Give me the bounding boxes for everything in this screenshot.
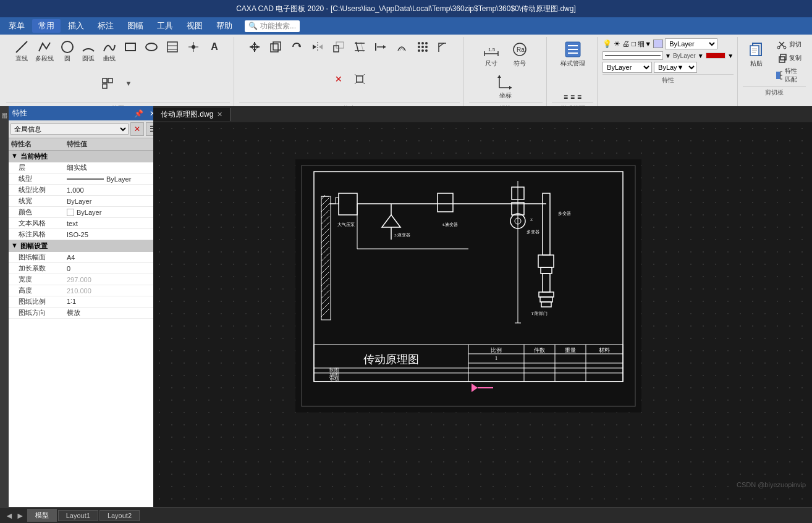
tool-mirror[interactable] [308, 38, 328, 69]
tool-scale[interactable] [329, 38, 349, 69]
prop-name-linewidth: 线宽 [11, 196, 67, 206]
align-left-icon: ≡ [564, 93, 568, 101]
tool-rect[interactable] [121, 38, 140, 73]
tool-symbol[interactable]: Ra 符号 [506, 38, 533, 69]
layer-icon: □ [632, 40, 636, 48]
arc-icon [81, 40, 96, 54]
tool-text[interactable]: A [205, 38, 224, 73]
doc-tab-active[interactable]: 传动原理图.dwg ✕ [153, 108, 230, 121]
tab-layout2[interactable]: Layout2 [99, 510, 140, 521]
prop-name-height: 高度 [11, 286, 67, 295]
clipboard-group-label: 剪切板 [743, 86, 806, 97]
tool-explode[interactable] [350, 70, 370, 101]
tool-rotate[interactable] [287, 38, 307, 69]
svg-rect-18 [273, 42, 281, 50]
tab-layout1[interactable]: Layout1 [58, 510, 98, 521]
tool-offset[interactable] [392, 38, 412, 69]
tool-copy-clipboard[interactable]: 复制 [772, 52, 806, 64]
trim-icon [352, 40, 367, 54]
menu-item-home[interactable]: 常用 [32, 19, 61, 33]
tool-hatch[interactable] [163, 38, 182, 73]
svg-text:Z: Z [530, 217, 533, 222]
svg-text:材料: 材料 [598, 347, 610, 353]
extend-icon [373, 40, 388, 54]
prop-section-paper-icon: ▼ [11, 241, 18, 251]
tool-extend[interactable] [371, 38, 391, 69]
tool-delete[interactable]: ✕ [329, 70, 349, 101]
polyline-icon [37, 40, 52, 54]
tool-more-draw[interactable]: ▼ [119, 75, 138, 101]
doc-tab-close-btn[interactable]: ✕ [217, 111, 222, 119]
tool-ellipse[interactable] [142, 38, 161, 73]
tool-match-properties[interactable]: 特性匹配 [772, 65, 806, 85]
prop-section-paper[interactable]: ▼ 图幅设置 [9, 240, 161, 252]
tool-move[interactable] [245, 38, 264, 69]
tool-coord-label: 坐标 [499, 91, 512, 100]
nav-next-btn[interactable]: ► [16, 511, 25, 521]
svg-point-36 [421, 46, 424, 48]
prop-row-ltscale: 线型比例 1.000 [9, 185, 161, 196]
prop-section-current[interactable]: ▼ 当前特性 [9, 151, 161, 162]
svg-text:T 附部门: T 附部门 [531, 311, 548, 316]
properties-group-label: 特性 [603, 74, 734, 85]
tool-dimension-label: 尺寸 [485, 59, 497, 68]
search-bar[interactable]: 🔍 功能搜索... [245, 20, 300, 32]
svg-point-3 [146, 43, 157, 51]
svg-line-45 [355, 82, 357, 84]
menu-item-help[interactable]: 帮助 [210, 19, 239, 33]
tool-dimension[interactable]: 1.5 尺寸 [478, 38, 505, 69]
dimension-icon: 1.5 [481, 40, 501, 59]
color-picker[interactable] [653, 40, 663, 48]
menu-item-annotate[interactable]: 标注 [91, 19, 120, 33]
panel-filter-clear-btn[interactable]: ✕ [130, 122, 144, 136]
tool-trim[interactable] [350, 38, 370, 69]
paste-button[interactable]: 粘贴 [743, 38, 770, 85]
tool-line[interactable]: 直线 [12, 38, 32, 73]
tool-arc[interactable]: 圆弧 [78, 38, 98, 73]
svg-text:1.5: 1.5 [488, 47, 496, 52]
tab-model[interactable]: 模型 [27, 509, 57, 522]
print-icon: 🖨 [622, 40, 630, 48]
menu-item-view[interactable]: 视图 [180, 19, 209, 33]
tool-line-label: 直线 [15, 54, 28, 63]
tool-chamfer[interactable] [434, 38, 454, 69]
tool-polyline[interactable]: 多段线 [33, 38, 56, 73]
sidebar-strip-label[interactable]: 图层 [0, 106, 9, 111]
menu-item-layout[interactable]: 图幅 [121, 19, 150, 33]
svg-text:件数: 件数 [534, 347, 545, 353]
tool-coord[interactable]: 坐标 [492, 70, 519, 101]
tool-circle[interactable]: 圆 [57, 38, 77, 73]
line-icon [14, 40, 29, 54]
sun-icon: ☀ [614, 40, 620, 48]
tool-point[interactable] [184, 38, 203, 73]
svg-point-32 [418, 42, 420, 44]
panel-filter-select[interactable]: 全局信息 [11, 123, 129, 135]
tool-copy[interactable] [266, 38, 285, 69]
move-icon [247, 40, 262, 54]
tool-style-manager[interactable]: 样式管理 [557, 38, 589, 91]
mirror-icon [310, 40, 325, 54]
align-center-icon: ≡ [570, 93, 575, 101]
panel-pin-btn[interactable]: 📌 [132, 109, 145, 118]
menu-item-insert[interactable]: 插入 [62, 19, 90, 33]
tool-block[interactable] [98, 75, 117, 101]
menu-item-tools[interactable]: 工具 [151, 19, 179, 33]
svg-text:3.液变器: 3.液变器 [394, 233, 410, 238]
line-width-selector[interactable]: ByLay▼ [654, 62, 697, 73]
tool-array[interactable] [413, 38, 433, 69]
nav-prev-btn[interactable]: ◄ [5, 511, 14, 521]
line-style-selector[interactable]: ByLayer [603, 62, 652, 73]
prop-section-current-label: 当前特性 [20, 152, 48, 161]
layer-selector[interactable]: ByLayer [665, 38, 717, 49]
menu-item-menu[interactable]: 菜单 [2, 19, 31, 33]
menu-bar: 菜单 常用 插入 标注 图幅 工具 视图 帮助 🔍 功能搜索... [0, 17, 812, 35]
prop-name-color: 颜色 [11, 207, 67, 217]
svg-rect-24 [336, 42, 344, 48]
properties-table: 特性名 特性值 ▼ 当前特性 层 细实线 线型 ByLayer 线型比例 1.0… [9, 138, 161, 507]
svg-rect-42 [357, 76, 363, 82]
svg-point-38 [418, 49, 420, 52]
search-icon: 🔍 [248, 22, 258, 30]
tool-curve[interactable]: 曲线 [99, 38, 119, 73]
drawing-area[interactable]: 传动原理图 比例 件数 1 重量 材料 制图 描图 审核 [153, 122, 812, 507]
tool-cut[interactable]: 剪切 [772, 38, 806, 51]
